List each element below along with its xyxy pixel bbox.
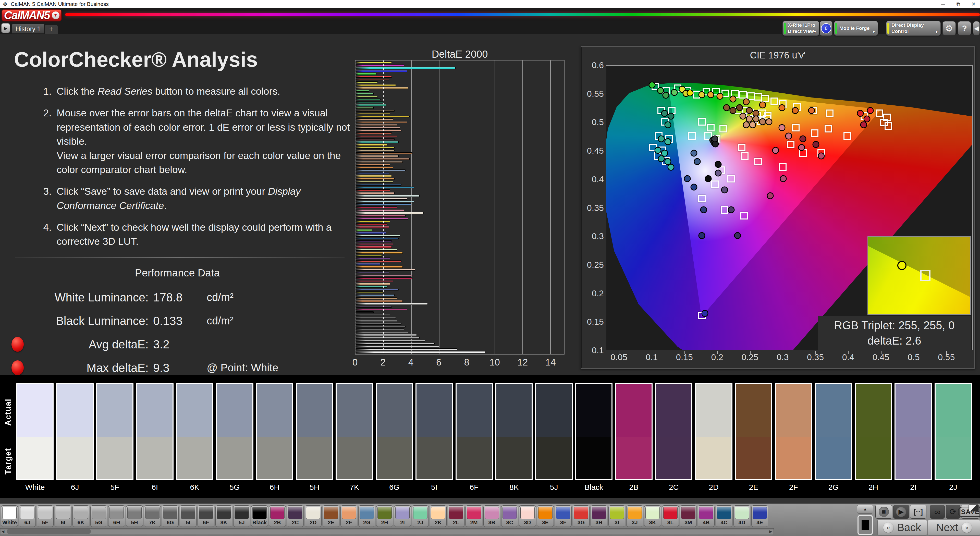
deltae-bar[interactable] (355, 263, 380, 265)
deltae-bar[interactable] (355, 101, 383, 103)
deltae-bar[interactable] (355, 141, 399, 143)
deltae-bar[interactable] (355, 249, 397, 251)
meter-dropdown-xrite[interactable]: X-Rite i1ProDirect View ▼ (783, 21, 819, 36)
deltae-bar[interactable] (355, 130, 401, 132)
deltae-bar[interactable] (355, 189, 390, 191)
patch-button-6I[interactable]: 6I (55, 505, 72, 527)
deltae-bar[interactable] (355, 348, 457, 350)
deltae-bar[interactable] (355, 294, 395, 296)
deltae-bar[interactable] (355, 79, 389, 80)
play-button[interactable]: ▶ (893, 505, 909, 519)
settings-button[interactable]: ⚙ (942, 21, 956, 36)
deltae-bar[interactable] (355, 246, 392, 248)
scroll-left-icon[interactable]: ◀ (0, 528, 6, 534)
patch-button-2F[interactable]: 2F (340, 505, 357, 527)
patch-button-Black[interactable]: Black (251, 505, 268, 527)
deltae-bar[interactable] (355, 181, 393, 183)
deltae-bar[interactable] (355, 87, 408, 89)
scrollbar-thumb[interactable] (6, 529, 91, 534)
patch-button-2C[interactable]: 2C (287, 505, 304, 527)
deltae-bar[interactable] (355, 158, 410, 160)
deltae-bar[interactable] (355, 195, 420, 197)
continuous-read-button[interactable]: ∞ (930, 505, 945, 519)
patch-button-4D[interactable]: 4D (733, 505, 750, 527)
deltae-bar[interactable] (355, 161, 403, 163)
deltae-bar[interactable] (355, 320, 397, 322)
deltae-bar[interactable] (355, 107, 374, 109)
patch-button-7K[interactable]: 7K (144, 505, 161, 527)
patch-button-3I[interactable]: 3I (608, 505, 625, 527)
deltae-bar[interactable] (355, 175, 392, 177)
patch-button-3M[interactable]: 3M (680, 505, 697, 527)
patch-button-6J[interactable]: 6J (19, 505, 36, 527)
deltae-bar[interactable] (355, 343, 434, 345)
patch-button-5H[interactable]: 5H (126, 505, 143, 527)
patch-button-5F[interactable]: 5F (37, 505, 54, 527)
patch-button-6F[interactable]: 6F (197, 505, 215, 527)
deltae-bar[interactable] (355, 232, 386, 234)
deltae-bar[interactable] (355, 297, 397, 299)
deltae-bar[interactable] (355, 64, 404, 66)
meter-dropdown-display-control[interactable]: Direct Display Control ▼ (886, 21, 941, 36)
patch-button-4B[interactable]: 4B (698, 505, 714, 527)
patch-button-5J[interactable]: 5J (233, 505, 250, 527)
deltae-bar[interactable] (355, 192, 395, 194)
deltae-bar[interactable] (355, 226, 389, 228)
deltae-bar[interactable] (355, 323, 401, 324)
patch-button-3F[interactable]: 3F (555, 505, 572, 527)
pattern-up-button[interactable]: ▲ (857, 505, 873, 514)
deltae-bar[interactable] (355, 258, 390, 259)
patch-button-2I[interactable]: 2I (394, 505, 411, 527)
patch-button-5G[interactable]: 5G (90, 505, 107, 527)
patch-button-6H[interactable]: 6H (108, 505, 125, 527)
deltae-bar[interactable] (355, 266, 403, 268)
deltae-bar[interactable] (355, 81, 378, 83)
deltae-bar[interactable] (355, 252, 403, 254)
patch-button-2J[interactable]: 2J (412, 505, 429, 527)
deltae-bar[interactable] (355, 110, 395, 111)
deltae-bar[interactable] (355, 99, 380, 100)
deltae-bar[interactable] (355, 255, 382, 256)
corner-grip-button[interactable] (969, 504, 979, 512)
deltae-bar[interactable] (355, 178, 395, 180)
deltae-bar[interactable] (355, 73, 376, 75)
deltae-bar[interactable] (355, 132, 392, 134)
deltae-bar[interactable] (355, 172, 389, 174)
deltae-bar[interactable] (355, 70, 407, 72)
deltae-bar[interactable] (355, 326, 406, 328)
deltae-bar[interactable] (355, 127, 400, 129)
meter-dropdown-mobile-forge[interactable]: Mobile Forge ▼ (834, 21, 878, 36)
deltae-bar[interactable] (355, 291, 383, 293)
tab-history-1[interactable]: History 1 (12, 24, 45, 34)
deltae-bar[interactable] (355, 280, 393, 282)
deltae-bar[interactable] (355, 155, 399, 157)
next-button[interactable]: Next » (928, 520, 980, 536)
deltae-bar[interactable] (355, 306, 392, 307)
patch-scrollbar[interactable]: ◀ ▶ (0, 528, 774, 534)
patch-button-3E[interactable]: 3E (537, 505, 554, 527)
deltae-bar[interactable] (355, 334, 417, 336)
patch-button-2H[interactable]: 2H (376, 505, 393, 527)
deltae-bar[interactable] (355, 277, 412, 279)
deltae-bar[interactable] (355, 289, 399, 291)
restore-button[interactable]: ⧉ (951, 0, 966, 8)
patch-button-4E[interactable]: 4E (751, 505, 768, 527)
patch-button-6K[interactable]: 6K (73, 505, 89, 527)
deltae-bar[interactable] (355, 212, 424, 214)
meter-count-badge[interactable]: 6 (820, 21, 832, 36)
patch-button-3J[interactable]: 3J (626, 505, 643, 527)
patch-button-4C[interactable]: 4C (716, 505, 732, 527)
stop-button[interactable]: ■ (875, 505, 892, 519)
patch-button-2B[interactable]: 2B (269, 505, 286, 527)
patch-button-2M[interactable]: 2M (466, 505, 482, 527)
patch-button-3B[interactable]: 3B (484, 505, 500, 527)
deltae-bar[interactable] (355, 300, 403, 302)
deltae-bar[interactable] (355, 260, 401, 262)
deltae-bar[interactable] (355, 153, 412, 154)
patch-button-2K[interactable]: 2K (430, 505, 447, 527)
deltae-bar[interactable] (355, 207, 397, 208)
deltae-bar[interactable] (355, 215, 406, 217)
deltae-bar[interactable] (355, 235, 400, 237)
patch-button-3C[interactable]: 3C (501, 505, 518, 527)
deltae-bar[interactable] (355, 76, 392, 78)
